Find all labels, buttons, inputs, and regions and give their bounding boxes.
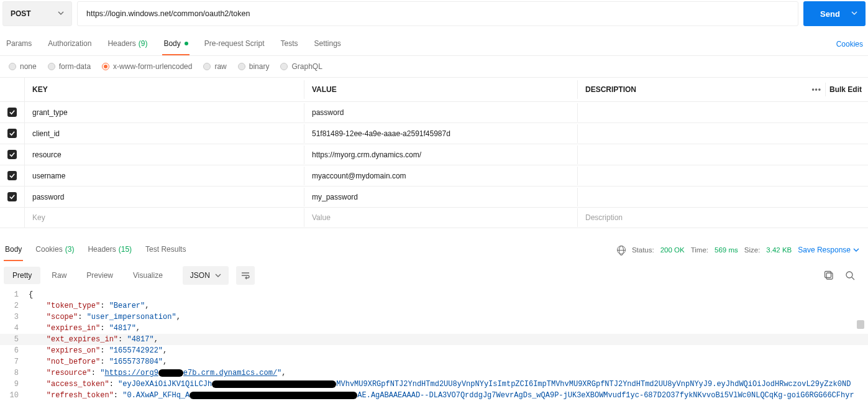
checkbox-icon xyxy=(7,213,17,223)
view-tab-visualize[interactable]: Visualize xyxy=(124,267,171,284)
options-icon[interactable]: ••• xyxy=(811,85,821,94)
body-type-row: none form-data x-www-form-urlencoded raw… xyxy=(0,56,868,77)
response-tab-body[interactable]: Body xyxy=(4,238,23,261)
send-label: Send xyxy=(820,9,840,19)
svg-rect-1 xyxy=(825,272,831,278)
radio-binary[interactable]: binary xyxy=(238,62,270,71)
save-response-button[interactable]: Save Response xyxy=(798,246,859,254)
checkbox-icon[interactable] xyxy=(7,108,17,117)
cookies-link[interactable]: Cookies xyxy=(836,40,863,48)
copy-icon[interactable] xyxy=(823,270,834,281)
tab-params[interactable]: Params xyxy=(5,32,33,55)
tab-settings[interactable]: Settings xyxy=(313,32,342,55)
chevron-down-icon[interactable] xyxy=(851,10,857,17)
checkbox-icon[interactable] xyxy=(7,150,17,159)
key-cell[interactable]: resource xyxy=(25,145,304,164)
desc-cell[interactable] xyxy=(578,171,868,181)
format-select[interactable]: JSON xyxy=(183,266,229,285)
chevron-down-icon xyxy=(58,10,64,17)
svg-point-2 xyxy=(846,272,852,278)
redacted-icon xyxy=(158,369,183,377)
table-row: resource https://myorg.crm.dynamics.com/ xyxy=(0,144,868,165)
dot-icon xyxy=(185,42,188,45)
status-size: 3.42 KB xyxy=(766,246,792,254)
value-cell[interactable]: myaccount@mydomain.com xyxy=(304,167,578,185)
value-cell[interactable]: 51f81489-12ee-4a9e-aaae-a2591f45987d xyxy=(304,124,578,143)
kv-header-key: KEY xyxy=(25,80,304,99)
svg-line-3 xyxy=(852,277,854,280)
kv-header: KEY VALUE DESCRIPTION ••• Bulk Edit xyxy=(0,77,868,101)
desc-cell[interactable] xyxy=(578,108,868,118)
chevron-down-icon xyxy=(215,272,221,279)
checkbox-icon[interactable] xyxy=(7,129,17,138)
radio-graphql[interactable]: GraphQL xyxy=(280,62,322,71)
response-status: Status: 200 OK Time: 569 ms Size: 3.42 K… xyxy=(617,246,864,254)
view-bar: Pretty Raw Preview Visualize JSON xyxy=(0,262,868,289)
key-cell[interactable]: client_id xyxy=(25,124,304,143)
request-bar: POST Send xyxy=(0,0,868,32)
table-row-new[interactable]: Key Value Description xyxy=(0,207,868,228)
globe-icon[interactable] xyxy=(617,246,626,254)
desc-cell[interactable] xyxy=(578,192,868,202)
radio-none[interactable]: none xyxy=(9,62,37,71)
url-input[interactable] xyxy=(77,1,798,26)
desc-cell[interactable] xyxy=(578,129,868,139)
radio-xwww[interactable]: x-www-form-urlencoded xyxy=(102,62,192,71)
table-row: username myaccount@mydomain.com xyxy=(0,165,868,186)
key-cell[interactable]: username xyxy=(25,167,304,185)
value-cell[interactable]: https://myorg.crm.dynamics.com/ xyxy=(304,145,578,164)
key-cell[interactable]: password xyxy=(25,188,304,206)
radio-raw[interactable]: raw xyxy=(203,62,226,71)
tab-authorization[interactable]: Authorization xyxy=(47,32,93,55)
tab-headers[interactable]: Headers(9) xyxy=(106,32,148,55)
checkbox-icon[interactable] xyxy=(7,171,17,180)
redacted-icon xyxy=(190,392,357,399)
minimap-icon xyxy=(857,320,864,329)
view-tab-pretty[interactable]: Pretty xyxy=(4,267,40,284)
kv-header-desc: DESCRIPTION ••• Bulk Edit xyxy=(578,78,868,101)
response-tab-cookies[interactable]: Cookies(3) xyxy=(34,238,75,261)
method-label: POST xyxy=(11,9,31,18)
redacted-icon xyxy=(212,380,336,388)
value-cell[interactable]: password xyxy=(304,103,578,122)
kv-header-value: VALUE xyxy=(304,80,578,99)
request-tabs: Params Authorization Headers(9) Body Pre… xyxy=(0,32,868,56)
value-cell[interactable]: my_password xyxy=(304,188,578,206)
wrap-button[interactable] xyxy=(236,266,255,285)
wrap-icon xyxy=(240,270,250,280)
tab-body[interactable]: Body xyxy=(162,32,189,55)
value-placeholder[interactable]: Value xyxy=(304,208,578,227)
response-tab-test-results[interactable]: Test Results xyxy=(144,238,187,261)
svg-rect-0 xyxy=(826,273,833,279)
radio-form-data[interactable]: form-data xyxy=(48,62,91,71)
status-time: 569 ms xyxy=(715,246,738,254)
response-body[interactable]: 1{ 2 "token_type": "Bearer", 3 "scope": … xyxy=(0,289,868,401)
tab-tests[interactable]: Tests xyxy=(279,32,299,55)
send-button[interactable]: Send xyxy=(803,1,866,26)
search-icon[interactable] xyxy=(844,270,856,281)
desc-cell[interactable] xyxy=(578,150,868,160)
response-tab-headers[interactable]: Headers(15) xyxy=(86,238,133,261)
key-cell[interactable]: grant_type xyxy=(25,103,304,122)
tab-pre-request[interactable]: Pre-request Script xyxy=(203,32,266,55)
view-tab-raw[interactable]: Raw xyxy=(43,267,75,284)
response-tabs: Body Cookies(3) Headers(15) Test Results… xyxy=(0,238,868,262)
desc-placeholder[interactable]: Description xyxy=(578,208,868,227)
method-select[interactable]: POST xyxy=(2,1,72,26)
table-row: grant_type password xyxy=(0,101,868,122)
checkbox-icon[interactable] xyxy=(7,192,17,201)
bulk-edit-button[interactable]: Bulk Edit xyxy=(829,85,862,94)
table-row: password my_password xyxy=(0,186,868,207)
view-tab-preview[interactable]: Preview xyxy=(78,267,122,284)
key-placeholder[interactable]: Key xyxy=(25,208,304,227)
table-row: client_id 51f81489-12ee-4a9e-aaae-a2591f… xyxy=(0,122,868,144)
status-code: 200 OK xyxy=(660,246,685,254)
